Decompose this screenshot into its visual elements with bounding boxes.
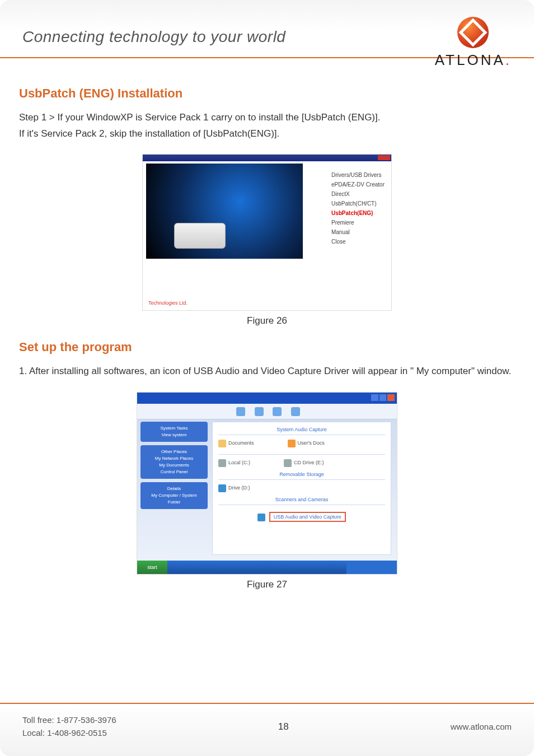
step1-line1: Step 1 > If your WindowXP is Service Pac… (19, 111, 515, 125)
drive-icon (218, 459, 226, 467)
figure-27-caption: Figure 27 (19, 579, 515, 590)
content-area: UsbPatch (ENG) Installation Step 1 > If … (0, 58, 534, 590)
drive-icon (284, 459, 292, 467)
fig27-window-buttons (371, 394, 395, 401)
fig26-menu-item: UsbPatch(CH/CT) (331, 199, 385, 208)
fig27-toolbar (137, 404, 397, 419)
fig27-subheader (218, 452, 385, 455)
local-number: 1-408-962-0515 (47, 728, 107, 738)
figure-26-image: Drivers/USB Drivers ePDA/EZ-DV Creator D… (142, 154, 392, 311)
figure-26-wrap: Drivers/USB Drivers ePDA/EZ-DV Creator D… (19, 154, 515, 311)
fig26-photo (146, 164, 303, 259)
fig27-subheader: Removable Storage (218, 472, 385, 480)
fig27-side-panel: Details My Computer / System Folder (140, 482, 208, 509)
fig27-main-pane: System Audio Capture Documents User's Do… (212, 422, 391, 555)
page-footer: Toll free: 1-877-536-3976 Local: 1-408-9… (0, 703, 534, 756)
fig26-menu-item: Premiere (331, 218, 385, 227)
footer-contact: Toll free: 1-877-536-3976 Local: 1-408-9… (22, 714, 116, 739)
step1-line2: If it's Service Pack 2, skip the install… (19, 127, 515, 141)
device-icon (218, 484, 226, 492)
fig27-system-tray (346, 561, 397, 574)
fig27-side-panel: System Tasks View system (140, 422, 208, 442)
toolbar-icon (236, 407, 245, 416)
fig27-callout-row: USB Audio and Video Capture (218, 508, 385, 522)
local-label: Local: (22, 728, 47, 738)
fig26-menu-item-highlight: UsbPatch(ENG) (331, 208, 385, 218)
fig26-menu-list: Drivers/USB Drivers ePDA/EZ-DV Creator D… (331, 170, 385, 246)
brand-block: ATLONA. (435, 17, 512, 69)
fig26-menu-item: Manual (331, 227, 385, 237)
fig27-row: Documents User's Docs (218, 440, 385, 447)
brand-name: ATLONA. (435, 52, 512, 69)
fig26-device-icon (174, 223, 226, 249)
fig27-titlebar (137, 393, 397, 404)
page-number: 18 (278, 721, 289, 732)
fig26-footer-text: Technologies Ltd. (148, 300, 188, 306)
fig26-close-icon (378, 155, 390, 160)
fig27-row: Drive (D:) (218, 484, 385, 492)
brand-logo-icon (457, 17, 489, 48)
figure-27-image: System Tasks View system Other Places My… (137, 392, 397, 575)
footer-url: www.atlona.com (451, 722, 512, 731)
fig26-menu-item: Drivers/USB Drivers (331, 170, 385, 180)
tollfree-label: Toll free: (22, 715, 57, 725)
fig27-sidebar: System Tasks View system Other Places My… (140, 422, 208, 550)
fig27-start-button: start (137, 561, 167, 574)
figure-27-wrap: System Tasks View system Other Places My… (19, 392, 515, 575)
fig27-callout-box: USB Audio and Video Capture (269, 512, 346, 522)
folder-icon (288, 440, 296, 447)
fig26-menu-item: DirectX (331, 189, 385, 199)
toolbar-icon (291, 407, 300, 416)
setup-line1: 1. After installing all softwares, an ic… (19, 365, 515, 379)
fig27-row: Local (C:) CD Drive (E:) (218, 459, 385, 467)
folder-icon (218, 440, 226, 447)
fig27-subheader: Scanners and Cameras (218, 497, 385, 505)
tollfree-number: 1-877-536-3976 (57, 715, 116, 725)
page-root: Connecting technology to your world ATLO… (0, 0, 534, 756)
section-title-setup: Set up the program (19, 340, 515, 354)
fig27-main-header: System Audio Capture (218, 427, 385, 435)
section-title-usbpatch: UsbPatch (ENG) Installation (19, 86, 515, 101)
toolbar-icon (273, 407, 282, 416)
fig26-titlebar (143, 155, 391, 161)
fig26-menu-item: ePDA/EZ-DV Creator (331, 180, 385, 189)
fig27-side-panel: Other Places My Network Places My Docume… (140, 445, 208, 479)
figure-26-caption: Figure 26 (19, 315, 515, 326)
fig26-menu-item: Close (331, 237, 385, 246)
page-header: Connecting technology to your world ATLO… (0, 0, 534, 58)
device-icon (257, 514, 265, 521)
toolbar-icon (255, 407, 264, 416)
